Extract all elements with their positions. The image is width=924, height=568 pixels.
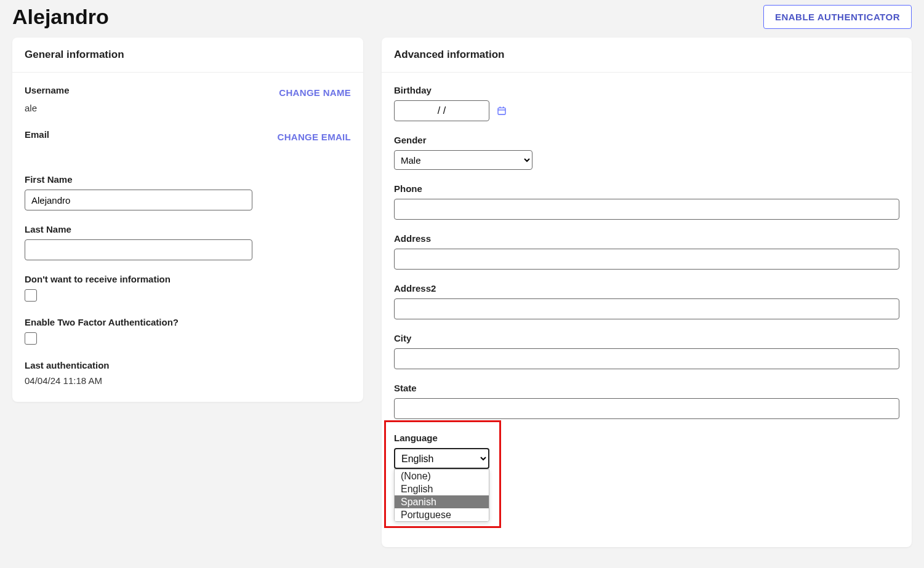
username-label: Username (25, 85, 70, 95)
last-auth-value: 04/04/24 11:18 AM (25, 375, 351, 386)
city-input[interactable] (394, 348, 899, 369)
calendar-icon[interactable] (497, 106, 507, 116)
change-email-button[interactable]: CHANGE EMAIL (278, 132, 351, 142)
gender-label: Gender (394, 135, 899, 145)
address-label: Address (394, 233, 899, 244)
first-name-input[interactable] (25, 190, 252, 210)
state-input[interactable] (394, 398, 899, 419)
last-name-label: Last Name (25, 224, 351, 234)
two-fa-checkbox[interactable] (25, 332, 37, 345)
page-title: Alejandro (12, 5, 109, 29)
two-fa-label: Enable Two Factor Authentication? (25, 317, 351, 327)
username-value: ale (25, 103, 351, 113)
no-info-label: Don't want to receive information (25, 274, 351, 284)
language-option-english[interactable]: English (395, 482, 489, 495)
language-dropdown: (None) English Spanish Portuguese (394, 469, 489, 522)
enable-authenticator-button[interactable]: ENABLE AUTHENTICATOR (763, 5, 912, 29)
gender-select[interactable]: Male (394, 150, 532, 170)
address2-label: Address2 (394, 283, 899, 294)
general-info-card: General information Username CHANGE NAME… (12, 38, 363, 402)
email-label: Email (25, 129, 49, 140)
first-name-label: First Name (25, 174, 351, 185)
birthday-label: Birthday (394, 85, 899, 95)
language-label: Language (394, 433, 899, 443)
no-info-checkbox[interactable] (25, 289, 37, 302)
phone-input[interactable] (394, 199, 899, 220)
address-input[interactable] (394, 249, 899, 270)
change-name-button[interactable]: CHANGE NAME (279, 87, 351, 98)
language-option-none[interactable]: (None) (395, 470, 489, 482)
state-label: State (394, 383, 899, 393)
language-option-portuguese[interactable]: Portuguese (395, 508, 489, 521)
language-option-spanish[interactable]: Spanish (395, 495, 489, 508)
svg-rect-0 (498, 108, 505, 114)
birthday-input[interactable] (394, 100, 489, 121)
phone-label: Phone (394, 183, 899, 194)
last-name-input[interactable] (25, 239, 252, 260)
general-info-title: General information (12, 38, 363, 73)
language-select[interactable]: English (394, 448, 489, 469)
email-value (25, 147, 351, 158)
address2-input[interactable] (394, 298, 899, 319)
city-label: City (394, 333, 899, 343)
advanced-info-card: Advanced information Birthday Gender Mal… (382, 38, 912, 547)
advanced-info-title: Advanced information (382, 38, 912, 73)
last-auth-label: Last authentication (25, 360, 351, 370)
language-field: Language English (None) English Spanish … (394, 433, 899, 469)
